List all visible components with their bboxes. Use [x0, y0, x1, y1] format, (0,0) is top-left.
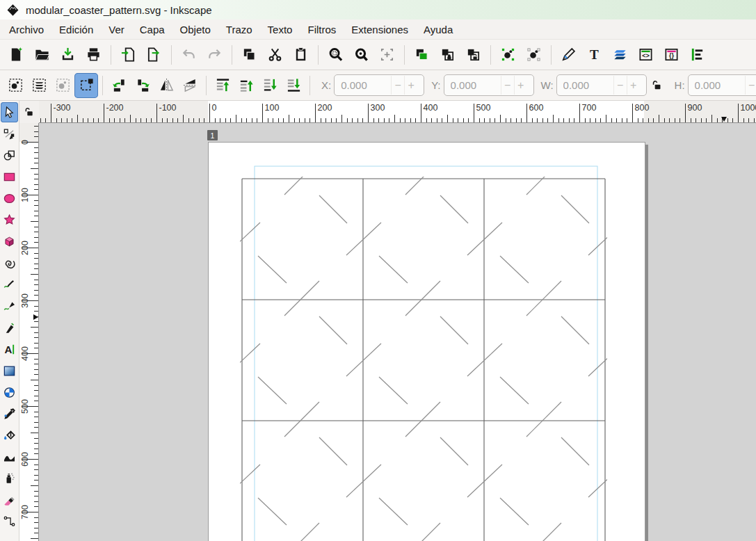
xml-editor-button[interactable]: <>: [633, 42, 659, 67]
menu-item-filtros[interactable]: Filtros: [300, 22, 344, 38]
x-increment[interactable]: +: [404, 76, 417, 95]
zoom-drawing-icon: [353, 47, 369, 63]
tool-selector[interactable]: [1, 102, 18, 122]
tool-spiral[interactable]: [1, 253, 18, 273]
menu-item-archivo[interactable]: Archivo: [1, 22, 51, 38]
select-all-objects-button[interactable]: [3, 73, 27, 98]
h-input[interactable]: [689, 79, 745, 91]
tool-mesh-gradient[interactable]: [1, 382, 18, 403]
document-open-button[interactable]: [29, 42, 55, 67]
flip-vertical-button[interactable]: [178, 73, 202, 98]
menu-item-capa[interactable]: Capa: [132, 22, 172, 38]
svg-text:600: 600: [20, 452, 30, 467]
toolbar-separator: [490, 45, 491, 65]
gradient-icon: [3, 364, 16, 378]
cut-button[interactable]: [262, 42, 288, 67]
duplicate-button[interactable]: [409, 42, 435, 67]
tool-spray[interactable]: [1, 469, 18, 489]
deselect-button[interactable]: [521, 42, 547, 67]
rotate-ccw-button[interactable]: [107, 73, 131, 98]
canvas[interactable]: 1: [39, 123, 756, 541]
lock-open-icon: [651, 79, 663, 91]
w-input[interactable]: [557, 79, 613, 91]
deselect-objects-button[interactable]: [51, 73, 74, 98]
menu-item-ver[interactable]: Ver: [101, 22, 132, 38]
tool-star[interactable]: [1, 210, 18, 230]
tool-gradient[interactable]: [1, 361, 18, 381]
clone-icon: [440, 47, 456, 63]
align-dialog-button[interactable]: [684, 42, 710, 67]
selector-icon: [3, 106, 16, 119]
x-input[interactable]: [335, 79, 391, 91]
tool-rectangle[interactable]: [1, 167, 18, 187]
y-increment[interactable]: +: [514, 76, 527, 95]
lock-ratio-toggle[interactable]: [647, 74, 668, 97]
tool-calligraphy[interactable]: [1, 318, 18, 338]
paint-bucket-icon: [3, 429, 16, 442]
svg-text:300: 300: [20, 293, 30, 308]
y-input[interactable]: [444, 79, 501, 91]
document-properties-button[interactable]: {}: [659, 42, 684, 67]
zoom-selection-button[interactable]: [323, 42, 348, 67]
paste-button[interactable]: [288, 42, 314, 67]
tool-box-3d[interactable]: [1, 232, 18, 252]
document-save-button[interactable]: [55, 42, 81, 67]
vertical-ruler[interactable]: 0100200300400500600700: [19, 123, 39, 541]
menu-item-edicion[interactable]: Edición: [51, 22, 101, 38]
fill-stroke-button[interactable]: [556, 42, 581, 67]
import-icon: [120, 47, 136, 63]
tool-pencil[interactable]: [1, 275, 18, 295]
select-all-button[interactable]: [495, 42, 521, 67]
rotate-cw-button[interactable]: [131, 73, 154, 98]
guide-lock-toggle[interactable]: [19, 101, 39, 123]
svg-text:1000: 1000: [741, 103, 756, 113]
lower-bottom-icon: [286, 77, 302, 93]
tool-dropper[interactable]: [1, 404, 18, 424]
h-decrement[interactable]: −: [745, 76, 756, 95]
tool-pen[interactable]: [1, 296, 18, 316]
zoom-selection-icon: [328, 47, 344, 63]
window-title: modular_coaster_pattern.svg - Inkscape: [26, 4, 212, 16]
w-increment[interactable]: +: [627, 76, 640, 95]
w-decrement[interactable]: −: [613, 76, 627, 95]
menu-item-texto[interactable]: Texto: [260, 22, 300, 38]
menu-item-trazo[interactable]: Trazo: [218, 22, 260, 38]
svg-text:-100: -100: [159, 103, 177, 113]
tool-node-editor[interactable]: [1, 124, 18, 144]
tool-ellipse[interactable]: [1, 188, 18, 209]
svg-text:500: 500: [476, 103, 491, 113]
tool-text[interactable]: A: [1, 339, 18, 360]
tool-shape-builder[interactable]: [1, 145, 18, 165]
export-button[interactable]: [141, 42, 167, 67]
document-new-button[interactable]: [3, 42, 29, 67]
menu-item-objeto[interactable]: Objeto: [172, 22, 218, 38]
zoom-drawing-button[interactable]: [348, 42, 374, 67]
rotate-ccw-icon: [111, 77, 127, 93]
spiral-icon: [3, 257, 16, 270]
horizontal-ruler[interactable]: -300-200-1000100200300400500600700800900…: [39, 101, 756, 123]
clone-button[interactable]: [435, 42, 460, 67]
tool-paint-bucket[interactable]: [1, 426, 18, 446]
text-dialog-icon: T: [586, 47, 602, 63]
flip-horizontal-button[interactable]: [154, 73, 178, 98]
menu-item-ayuda[interactable]: Ayuda: [416, 22, 460, 38]
zoom-page-button[interactable]: [374, 42, 400, 67]
x-decrement[interactable]: −: [391, 76, 404, 95]
document-print-button[interactable]: [81, 42, 106, 67]
unlink-clone-button[interactable]: [460, 42, 486, 67]
bbox-toggle-button[interactable]: [74, 73, 98, 98]
copy-button[interactable]: [236, 42, 262, 67]
menu-item-extensiones[interactable]: Extensiones: [344, 22, 416, 38]
raise-button[interactable]: [234, 73, 258, 98]
import-button[interactable]: [115, 42, 141, 67]
lower-bottom-button[interactable]: [282, 73, 305, 98]
layers-dialog-button[interactable]: [607, 42, 633, 67]
tool-eraser[interactable]: [1, 490, 18, 510]
raise-top-button[interactable]: [211, 73, 234, 98]
tool-tweak[interactable]: [1, 447, 18, 467]
lower-button[interactable]: [258, 73, 282, 98]
text-dialog-button[interactable]: T: [581, 42, 607, 67]
tool-connector[interactable]: [1, 512, 18, 532]
y-decrement[interactable]: −: [501, 76, 514, 95]
select-all-layers-button[interactable]: [27, 73, 51, 98]
